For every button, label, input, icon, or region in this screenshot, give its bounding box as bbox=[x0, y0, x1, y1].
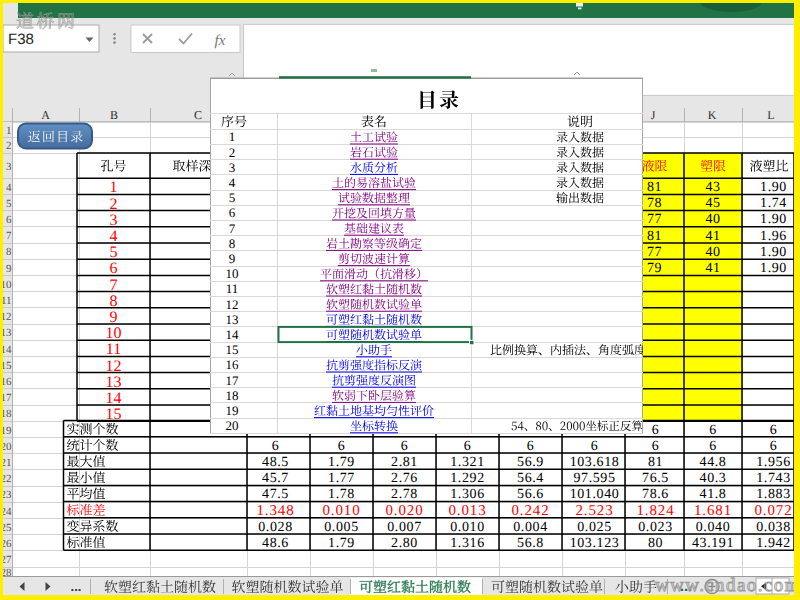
svg-text:1: 1 bbox=[6, 125, 12, 137]
svg-text:78.6: 78.6 bbox=[642, 487, 669, 502]
svg-text:1.743: 1.743 bbox=[756, 471, 791, 486]
svg-text:40: 40 bbox=[705, 212, 720, 227]
svg-text:5: 5 bbox=[110, 244, 118, 261]
svg-text:8: 8 bbox=[229, 236, 236, 251]
svg-text:0.007: 0.007 bbox=[387, 520, 422, 535]
svg-text:J: J bbox=[651, 108, 656, 122]
svg-text:56.9: 56.9 bbox=[517, 455, 544, 470]
svg-text:81: 81 bbox=[647, 180, 662, 195]
svg-text:77: 77 bbox=[647, 245, 662, 260]
svg-text:1.79: 1.79 bbox=[328, 536, 355, 551]
svg-text:1.824: 1.824 bbox=[636, 503, 674, 519]
svg-text:6: 6 bbox=[527, 439, 535, 454]
svg-text:1.942: 1.942 bbox=[756, 536, 791, 551]
svg-text:6: 6 bbox=[401, 439, 409, 454]
svg-text:K: K bbox=[708, 108, 717, 122]
svg-text:6: 6 bbox=[338, 439, 346, 454]
svg-text:4: 4 bbox=[110, 228, 118, 245]
svg-text:80: 80 bbox=[648, 536, 663, 551]
svg-text:81: 81 bbox=[647, 229, 662, 244]
svg-text:79: 79 bbox=[647, 261, 662, 276]
svg-text:6: 6 bbox=[770, 423, 778, 438]
svg-text:13: 13 bbox=[106, 374, 122, 391]
svg-text:0.242: 0.242 bbox=[511, 503, 549, 519]
svg-text:1.79: 1.79 bbox=[328, 455, 355, 470]
svg-text:1.77: 1.77 bbox=[328, 471, 355, 486]
svg-text:20: 20 bbox=[226, 418, 239, 433]
svg-text:0.020: 0.020 bbox=[385, 503, 423, 519]
svg-text:www.cndao.com: www.cndao.com bbox=[655, 575, 800, 596]
svg-text:1.90: 1.90 bbox=[760, 245, 787, 260]
svg-text:78: 78 bbox=[647, 196, 662, 211]
svg-text:0.004: 0.004 bbox=[513, 520, 548, 535]
svg-text:L: L bbox=[767, 108, 774, 122]
svg-text:10: 10 bbox=[106, 325, 122, 342]
svg-text:C: C bbox=[194, 108, 202, 122]
svg-text:7: 7 bbox=[6, 230, 12, 242]
svg-text:6: 6 bbox=[6, 214, 12, 226]
svg-text:45: 45 bbox=[705, 196, 720, 211]
svg-text:0.005: 0.005 bbox=[324, 520, 359, 535]
svg-text:44.8: 44.8 bbox=[700, 455, 727, 470]
svg-text:F38: F38 bbox=[8, 31, 34, 48]
svg-text:0.010: 0.010 bbox=[322, 503, 360, 519]
svg-text:6: 6 bbox=[652, 439, 660, 454]
svg-text:56.4: 56.4 bbox=[517, 471, 544, 486]
svg-text:1: 1 bbox=[110, 179, 118, 196]
svg-text:18: 18 bbox=[226, 388, 239, 403]
svg-text:41: 41 bbox=[705, 229, 720, 244]
svg-text:0.072: 0.072 bbox=[754, 503, 792, 519]
svg-text:3: 3 bbox=[6, 161, 12, 173]
svg-text:2.78: 2.78 bbox=[391, 487, 418, 502]
svg-text:40.3: 40.3 bbox=[700, 471, 727, 486]
svg-text:1.292: 1.292 bbox=[450, 471, 485, 486]
svg-text:47.5: 47.5 bbox=[262, 487, 289, 502]
svg-text:2: 2 bbox=[6, 140, 12, 152]
svg-text:1.956: 1.956 bbox=[756, 455, 791, 470]
svg-text:103.618: 103.618 bbox=[570, 455, 620, 470]
svg-text:48.5: 48.5 bbox=[262, 455, 289, 470]
svg-text:1.78: 1.78 bbox=[328, 487, 355, 502]
svg-text:2.523: 2.523 bbox=[575, 503, 613, 519]
svg-text:11: 11 bbox=[226, 281, 239, 296]
svg-text:11: 11 bbox=[106, 341, 121, 358]
svg-text:14: 14 bbox=[226, 327, 240, 342]
svg-text:45.7: 45.7 bbox=[262, 471, 289, 486]
svg-text:0.028: 0.028 bbox=[258, 520, 293, 535]
svg-text:14: 14 bbox=[106, 390, 122, 407]
svg-text:2.76: 2.76 bbox=[391, 471, 418, 486]
svg-text:B: B bbox=[110, 108, 118, 122]
svg-text:1.90: 1.90 bbox=[760, 212, 787, 227]
svg-text:3: 3 bbox=[229, 160, 236, 175]
svg-text:40: 40 bbox=[705, 245, 720, 260]
svg-text:19: 19 bbox=[226, 403, 239, 418]
svg-text:48.6: 48.6 bbox=[262, 536, 289, 551]
svg-text:10: 10 bbox=[226, 266, 239, 281]
svg-text:1.74: 1.74 bbox=[760, 196, 787, 211]
svg-text:1.96: 1.96 bbox=[760, 229, 787, 244]
svg-text:6: 6 bbox=[272, 439, 280, 454]
svg-text:8: 8 bbox=[110, 293, 118, 310]
svg-text:0.023: 0.023 bbox=[638, 520, 673, 535]
svg-text:0.013: 0.013 bbox=[448, 503, 486, 519]
svg-text:97.595: 97.595 bbox=[573, 471, 615, 486]
svg-text:8: 8 bbox=[6, 246, 12, 258]
svg-text:9: 9 bbox=[110, 309, 118, 326]
svg-text:43.191: 43.191 bbox=[692, 536, 734, 551]
svg-text:1: 1 bbox=[229, 129, 236, 144]
svg-text:1.316: 1.316 bbox=[450, 536, 485, 551]
svg-text:1.306: 1.306 bbox=[450, 487, 485, 502]
svg-text:77: 77 bbox=[647, 212, 662, 227]
svg-text:103.123: 103.123 bbox=[570, 536, 620, 551]
svg-text:fx: fx bbox=[215, 33, 226, 49]
svg-text:0.038: 0.038 bbox=[756, 520, 791, 535]
svg-text:A: A bbox=[41, 108, 50, 122]
svg-text:6: 6 bbox=[709, 439, 717, 454]
svg-text:2: 2 bbox=[110, 196, 118, 213]
svg-text:16: 16 bbox=[226, 357, 240, 372]
svg-text:1.681: 1.681 bbox=[694, 503, 732, 519]
svg-text:56.6: 56.6 bbox=[517, 487, 544, 502]
svg-text:2.80: 2.80 bbox=[391, 536, 418, 551]
svg-text:0.010: 0.010 bbox=[450, 520, 485, 535]
svg-text:6: 6 bbox=[464, 439, 472, 454]
